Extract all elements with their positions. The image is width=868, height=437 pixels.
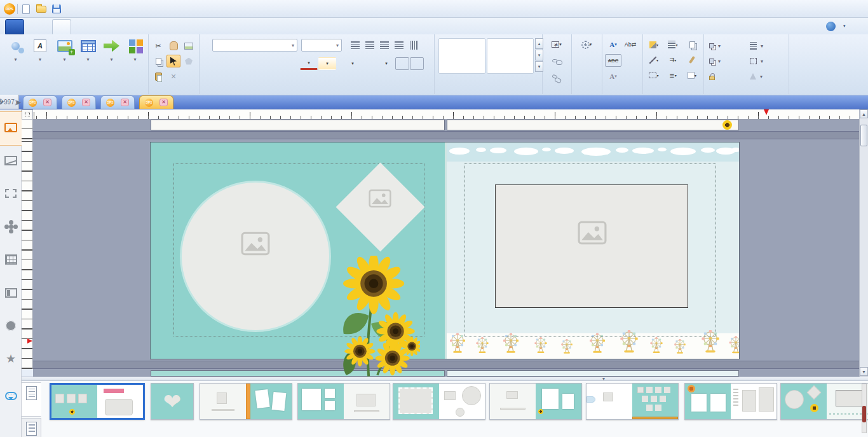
thumbnail-pages-10-11[interactable] bbox=[586, 383, 679, 422]
text-direction-button[interactable]: Ab⇄ bbox=[623, 38, 638, 51]
undo-button[interactable] bbox=[67, 3, 80, 15]
line-color-button[interactable]: ▾ bbox=[647, 53, 661, 66]
thumbnail-scrollbar[interactable] bbox=[862, 384, 867, 433]
font-color-button[interactable]: ▾ bbox=[300, 57, 318, 70]
delete-button[interactable]: × bbox=[166, 70, 180, 83]
sidebar-item-gallery[interactable] bbox=[0, 112, 22, 145]
current-spread[interactable] bbox=[151, 142, 739, 359]
insert-other-button[interactable]: ▾ bbox=[123, 34, 147, 62]
shape-preset-button[interactable]: ▾ bbox=[685, 69, 699, 81]
bring-forward-button[interactable]: ▾ bbox=[709, 39, 721, 52]
align-center-button[interactable] bbox=[363, 39, 377, 52]
sidebar-item-border[interactable] bbox=[0, 178, 22, 211]
menu-tab-share-export[interactable] bbox=[231, 19, 249, 34]
thumbnail-pages-14-15[interactable] bbox=[780, 383, 868, 422]
doc-tab-active-album[interactable]: DPS✕ bbox=[139, 95, 173, 109]
scroll-up-button[interactable]: ▲ bbox=[860, 109, 868, 118]
wordart-style-button[interactable]: A▾ bbox=[605, 38, 621, 51]
font-family-select[interactable]: ▾ bbox=[212, 39, 297, 52]
sidebar-item-material[interactable] bbox=[0, 211, 22, 244]
menu-tab-print[interactable] bbox=[188, 19, 206, 34]
menu-tab-help[interactable] bbox=[291, 19, 309, 34]
fill-color-button[interactable]: ▾ bbox=[647, 38, 661, 51]
text-wrap-button[interactable]: ✶▾ bbox=[548, 38, 566, 51]
scrollbar-thumb[interactable] bbox=[860, 125, 867, 146]
lasso-select-button[interactable] bbox=[182, 55, 196, 67]
group-objects-button[interactable]: ▾ bbox=[750, 55, 763, 67]
pan-tool-button[interactable] bbox=[166, 39, 180, 52]
design-canvas[interactable] bbox=[33, 120, 859, 377]
thumbnail-pages-8-9[interactable] bbox=[489, 383, 582, 422]
wordart-effect-button[interactable]: A▾ bbox=[605, 70, 621, 83]
rect-photo-placeholder[interactable] bbox=[495, 184, 688, 308]
right-page-15[interactable] bbox=[447, 142, 739, 359]
panel-expand-button[interactable]: �997;▶ bbox=[0, 95, 19, 109]
maximize-button[interactable] bbox=[810, 0, 831, 17]
open-file-button[interactable] bbox=[35, 3, 48, 15]
tab-close-icon[interactable]: ✕ bbox=[82, 99, 90, 106]
dash-style-button[interactable]: ▾ bbox=[647, 69, 661, 81]
circle-photo-placeholder[interactable] bbox=[182, 183, 329, 330]
scrollbar-thumb[interactable] bbox=[862, 406, 866, 422]
insert-textbox-button[interactable]: A▾ bbox=[27, 34, 53, 62]
previous-spread-left-page-edge[interactable] bbox=[151, 120, 445, 130]
next-spread-right-page-edge[interactable] bbox=[447, 370, 739, 377]
spacing-settings-button[interactable] bbox=[410, 57, 424, 70]
text-style-title[interactable] bbox=[438, 38, 485, 74]
new-document-button[interactable] bbox=[20, 3, 32, 15]
columns-button[interactable]: ▾ bbox=[378, 57, 395, 70]
insert-shape-button[interactable]: ▾ bbox=[4, 34, 27, 62]
line-spacing-button[interactable] bbox=[363, 57, 377, 70]
close-button[interactable] bbox=[840, 0, 862, 17]
align-justify-button[interactable] bbox=[392, 39, 406, 52]
save-button[interactable] bbox=[50, 3, 63, 15]
ruler-corner[interactable] bbox=[22, 109, 33, 120]
minimize-button[interactable] bbox=[780, 0, 802, 17]
import-button[interactable]: ▾ bbox=[100, 34, 123, 62]
sidebar-item-template[interactable] bbox=[0, 277, 22, 310]
spellcheck-button[interactable]: ABC bbox=[605, 54, 621, 67]
image-edit-button[interactable] bbox=[182, 39, 196, 52]
previous-spread-right-page-edge[interactable] bbox=[447, 120, 739, 130]
thumbnail-pages-12-13[interactable] bbox=[684, 383, 777, 422]
underline-button[interactable] bbox=[239, 57, 253, 70]
doc-tab-video-tutorial[interactable]: DPS✕ bbox=[23, 95, 57, 109]
char-spacing-button[interactable]: ▾ bbox=[342, 57, 363, 70]
sidebar-item-support[interactable] bbox=[0, 380, 22, 413]
insert-picture-button[interactable]: ▾ bbox=[53, 34, 76, 62]
cut-button[interactable]: ✂ bbox=[151, 39, 165, 52]
thumbnail-page-1[interactable]: ❤ bbox=[151, 383, 194, 422]
indent-style-button[interactable]: ▾ bbox=[666, 38, 680, 51]
copy-style-button[interactable] bbox=[685, 38, 699, 51]
tab-close-icon[interactable]: ✕ bbox=[43, 99, 51, 106]
rotate-button[interactable]: ▾ bbox=[750, 70, 763, 83]
menu-tab-file[interactable] bbox=[5, 19, 24, 34]
align-right-button[interactable] bbox=[377, 39, 391, 52]
bottom-tab-pages[interactable] bbox=[22, 382, 41, 417]
align-left-button[interactable] bbox=[348, 39, 362, 52]
sidebar-item-favorite[interactable]: ★ bbox=[0, 343, 22, 377]
scroll-down-button[interactable]: ▼ bbox=[860, 367, 868, 376]
sidebar-item-shape[interactable] bbox=[0, 310, 22, 343]
thumbnail-cover[interactable] bbox=[50, 383, 145, 422]
superscript-button[interactable] bbox=[285, 57, 299, 70]
format-brush-button[interactable] bbox=[685, 53, 699, 66]
highlight-color-button[interactable]: ▾ bbox=[318, 57, 336, 70]
insert-table-button[interactable]: ▾ bbox=[76, 34, 100, 62]
tab-close-icon[interactable]: ✕ bbox=[121, 99, 129, 106]
bold-button[interactable] bbox=[210, 57, 224, 70]
path-tool-button[interactable]: ▾ bbox=[577, 38, 596, 51]
sidebar-item-layout[interactable] bbox=[0, 244, 22, 277]
vertical-text-button[interactable] bbox=[407, 39, 421, 52]
menu-tab-page[interactable] bbox=[99, 19, 117, 34]
send-backward-button[interactable]: ▾ bbox=[709, 55, 721, 67]
bottom-tab-layers[interactable] bbox=[22, 418, 41, 437]
line-weight-button[interactable]: ≣▾ bbox=[666, 69, 680, 81]
horizontal-ruler[interactable] bbox=[33, 109, 859, 120]
tab-close-icon[interactable]: ✕ bbox=[159, 99, 168, 106]
arrow-style-button[interactable]: ⇉▾ bbox=[666, 53, 680, 66]
link-textboxes-button[interactable] bbox=[548, 54, 562, 67]
sidebar-item-background[interactable] bbox=[0, 145, 22, 178]
vertical-ruler[interactable] bbox=[22, 120, 33, 369]
redo-button[interactable] bbox=[81, 3, 94, 15]
